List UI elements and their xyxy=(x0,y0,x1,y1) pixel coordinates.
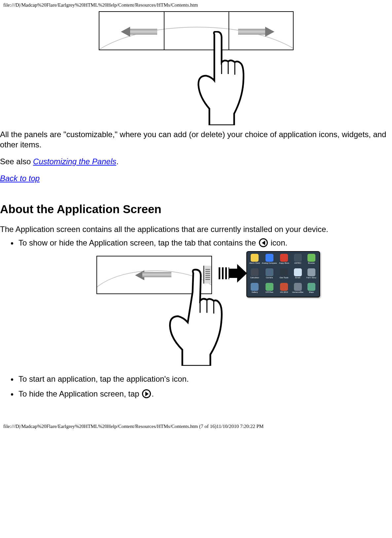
app-grid-illustration: Alarm ClockAnalog CompassAngry BirdsASTR… xyxy=(246,251,320,297)
hand-icon xyxy=(195,31,264,125)
app-icon xyxy=(307,268,315,276)
section-heading: About the Application Screen xyxy=(0,202,392,217)
swipe-figure xyxy=(0,11,392,123)
app-icon-cell: Calculator xyxy=(248,268,261,282)
app-icon xyxy=(307,283,315,291)
back-to-top-link[interactable]: Back to top xyxy=(0,174,40,183)
app-icon xyxy=(280,268,288,276)
app-icon xyxy=(251,254,259,262)
app-icon-cell: Browse xyxy=(305,254,318,268)
app-icon xyxy=(251,268,259,276)
customizing-panels-link[interactable]: Customizing the Panels xyxy=(33,157,116,166)
app-icon-cell: Angry Birds xyxy=(278,254,291,268)
circle-right-arrow-icon xyxy=(142,389,151,398)
app-icon-cell: HN 2010 xyxy=(278,283,291,297)
footer-path: file:///D|/Madcap%20Flare/Earlgrey%20HTM… xyxy=(0,404,392,433)
app-label: Calculator xyxy=(250,277,259,279)
app-icon-cell: Email xyxy=(291,268,304,282)
app-icon-cell: Farm Story xyxy=(305,268,318,282)
see-also-prefix: See also xyxy=(0,157,33,166)
see-also-suffix: . xyxy=(116,157,119,166)
app-icon xyxy=(280,283,288,291)
app-icon-cell: Maps xyxy=(305,283,318,297)
open-apps-figure: Alarm ClockAnalog CompassAngry BirdsASTR… xyxy=(18,256,392,369)
app-icon-cell: Alarm Clock xyxy=(248,254,261,268)
app-label: Maps xyxy=(309,291,314,293)
app-icon xyxy=(294,283,302,291)
app-icon xyxy=(251,283,259,291)
instructions-list: To show or hide the Application screen, … xyxy=(0,238,392,399)
app-icon xyxy=(280,254,288,262)
circle-left-arrow-icon xyxy=(259,238,268,247)
app-icon xyxy=(294,268,302,276)
app-label: GPSTest xyxy=(266,291,273,293)
page-content: All the panels are "customizable," where… xyxy=(0,11,392,399)
list-item: To start an application, tap the applica… xyxy=(18,374,392,384)
bullet1-text-a: To show or hide the Application screen, … xyxy=(18,238,258,247)
app-icon xyxy=(294,254,302,262)
bullet3-text-b: . xyxy=(152,389,154,398)
app-icon-cell: Gallery xyxy=(248,283,261,297)
app-icon xyxy=(307,254,315,262)
bullet1-text-b: icon. xyxy=(268,238,287,247)
app-label: Email xyxy=(295,277,300,279)
app-icon xyxy=(266,268,273,276)
app-label: Dev Tools xyxy=(280,277,288,279)
app-label: ASTRO xyxy=(294,262,301,264)
app-label: Camera xyxy=(266,277,273,279)
app-label: HomerunBat xyxy=(292,291,303,293)
app-label: Alarm Clock xyxy=(249,262,260,264)
app-icon-cell: HomerunBat xyxy=(291,283,304,297)
back-to-top-wrap: Back to top xyxy=(0,173,392,183)
app-icon xyxy=(266,254,273,262)
app-label: Browse xyxy=(308,262,315,264)
app-label: Analog Compass xyxy=(262,262,277,264)
app-screen-description: The Application screen contains all the … xyxy=(0,224,392,234)
app-label: Gallery xyxy=(252,291,258,293)
app-icon-cell: Analog Compass xyxy=(262,254,277,268)
app-icon-cell: Dev Tools xyxy=(278,268,291,282)
list-item: To hide the Application screen, tap . xyxy=(18,389,392,399)
see-also: See also Customizing the Panels. xyxy=(0,156,392,167)
hand-icon xyxy=(155,268,228,366)
header-path: file:///D|/Madcap%20Flare/Earlgrey%20HTM… xyxy=(0,0,392,9)
arrow-left-icon xyxy=(121,27,157,37)
app-icon-cell: ASTRO xyxy=(291,254,304,268)
app-icon-cell: Camera xyxy=(262,268,277,282)
panels-description: All the panels are "customizable," where… xyxy=(0,129,392,150)
bullet3-text-a: To hide the Application screen, tap xyxy=(18,389,141,398)
list-item: To show or hide the Application screen, … xyxy=(18,238,392,369)
app-icon xyxy=(266,283,273,291)
app-icon-cell: GPSTest xyxy=(262,283,277,297)
app-label: HN 2010 xyxy=(280,291,288,293)
app-label: Farm Story xyxy=(306,277,316,279)
app-label: Angry Birds xyxy=(279,262,289,264)
